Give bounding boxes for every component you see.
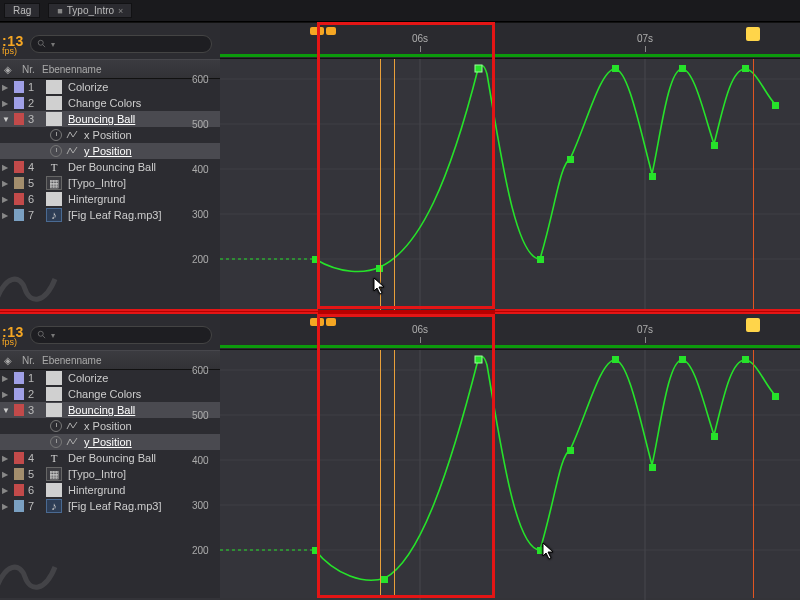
current-timecode[interactable]: :13 fps) [2,324,24,347]
layer-name[interactable]: [Typo_Intro] [66,468,220,480]
svg-rect-39 [711,433,718,440]
svg-line-1 [42,45,45,48]
twirl-icon[interactable]: ▶ [2,502,10,511]
stopwatch-icon[interactable] [50,129,62,141]
tab-typo-label: Typo_Intro [67,5,114,16]
layer-color-label[interactable] [14,484,24,496]
property-name[interactable]: x Position [82,420,220,432]
tab-rag[interactable]: Rag [4,3,40,18]
layer-color-label[interactable] [14,209,24,221]
current-time-indicator-head[interactable] [746,27,760,41]
layer-row[interactable]: ▶ 2 Change Colors [0,386,220,402]
layer-color-label[interactable] [14,404,24,416]
twirl-icon[interactable]: ▼ [2,406,10,415]
layer-panel: :13 fps) ▾ ◈ Nr. Ebenenname ▶ 1 Colorize… [0,23,220,310]
layer-row[interactable]: ▶ 7 ♪ [Fig Leaf Rag.mp3] [0,207,220,223]
current-time-indicator-line[interactable] [753,350,754,598]
layer-color-label[interactable] [14,388,24,400]
layer-color-label[interactable] [14,97,24,109]
layer-color-label[interactable] [14,177,24,189]
layer-row[interactable]: ▶ 5 ▦ [Typo_Intro] [0,466,220,482]
graph-editor-icon[interactable] [66,436,78,448]
layer-color-label[interactable] [14,468,24,480]
property-name[interactable]: y Position [82,436,220,448]
work-area-handle[interactable] [326,27,336,35]
twirl-icon[interactable]: ▶ [2,454,10,463]
graph-area[interactable]: 600 500 400 300 200 [220,59,800,310]
graph-editor-icon[interactable] [66,420,78,432]
layer-row[interactable]: ▶ 2 Change Colors [0,95,220,111]
twirl-icon[interactable]: ▶ [2,211,10,220]
layer-row[interactable]: ▶ 1 Colorize [0,370,220,386]
layer-row[interactable]: ▶ 6 Hintergrund [0,191,220,207]
close-icon[interactable]: × [118,6,123,16]
layer-name[interactable]: Change Colors [66,388,220,400]
layer-row[interactable]: ▶ 4 T Der Bouncing Ball [0,450,220,466]
graph-area[interactable]: 600 500 400 300 200 [220,350,800,598]
property-row[interactable]: y Position [0,143,220,159]
twirl-icon[interactable]: ▶ [2,195,10,204]
solid-icon [46,80,62,94]
time-ruler[interactable]: 06s 07s [220,23,800,59]
layer-row[interactable]: ▼ 3 Bouncing Ball [0,111,220,127]
property-row[interactable]: x Position [0,418,220,434]
comp-icon: ▦ [46,467,62,481]
layer-row[interactable]: ▼ 3 Bouncing Ball [0,402,220,418]
layer-color-label[interactable] [14,193,24,205]
time-ruler[interactable]: 06s 07s [220,314,800,350]
twirl-icon[interactable]: ▶ [2,486,10,495]
stopwatch-icon[interactable] [50,145,62,157]
graph-svg [220,350,800,600]
layer-color-label[interactable] [14,452,24,464]
property-name[interactable]: x Position [82,129,220,141]
work-area-start-handle[interactable] [310,318,324,326]
property-row[interactable]: y Position [0,434,220,450]
work-area-start-handle[interactable] [310,27,324,35]
current-time-indicator-line[interactable] [753,59,754,310]
layer-color-label[interactable] [14,500,24,512]
twirl-icon[interactable]: ▼ [2,115,10,124]
layer-row[interactable]: ▶ 1 Colorize [0,79,220,95]
layer-row[interactable]: ▶ 4 T Der Bouncing Ball [0,159,220,175]
twirl-icon[interactable]: ▶ [2,470,10,479]
layer-row[interactable]: ▶ 5 ▦ [Typo_Intro] [0,175,220,191]
search-input[interactable]: ▾ [30,35,212,53]
property-name[interactable]: y Position [82,145,220,157]
search-icon [37,39,47,49]
layer-name[interactable]: [Typo_Intro] [66,177,220,189]
tab-typo-intro[interactable]: ■ Typo_Intro × [48,3,132,18]
layer-color-label[interactable] [14,113,24,125]
watermark-icon [0,552,60,598]
current-timecode[interactable]: :13 fps) [2,33,24,56]
search-input[interactable]: ▾ [30,326,212,344]
layer-name[interactable]: Hintergrund [66,193,220,205]
svg-rect-36 [612,356,619,363]
layer-name[interactable]: Hintergrund [66,484,220,496]
twirl-icon[interactable]: ▶ [2,83,10,92]
stopwatch-icon[interactable] [50,420,62,432]
y-axis-label: 500 [192,119,209,130]
twirl-icon[interactable]: ▶ [2,163,10,172]
layer-row[interactable]: ▶ 7 ♪ [Fig Leaf Rag.mp3] [0,498,220,514]
property-row[interactable]: x Position [0,127,220,143]
twirl-icon[interactable]: ▶ [2,390,10,399]
twirl-icon[interactable]: ▶ [2,99,10,108]
stopwatch-icon[interactable] [50,436,62,448]
graph-editor[interactable]: 06s 07s 600 500 400 300 200 [220,23,800,310]
y-axis-label: 600 [192,74,209,85]
layer-row[interactable]: ▶ 6 Hintergrund [0,482,220,498]
twirl-icon[interactable]: ▶ [2,179,10,188]
layer-color-label[interactable] [14,81,24,93]
svg-rect-16 [649,173,656,180]
layer-name[interactable]: Change Colors [66,97,220,109]
current-time-indicator-head[interactable] [746,318,760,332]
graph-editor-icon[interactable] [66,129,78,141]
layer-color-label[interactable] [14,372,24,384]
layer-color-label[interactable] [14,161,24,173]
layer-number: 2 [28,97,42,109]
twirl-icon[interactable]: ▶ [2,374,10,383]
work-area-handle[interactable] [326,318,336,326]
graph-editor-icon[interactable] [66,145,78,157]
graph-editor[interactable]: 06s 07s 600 500 400 300 200 [220,314,800,598]
audio-icon: ♪ [46,499,62,513]
